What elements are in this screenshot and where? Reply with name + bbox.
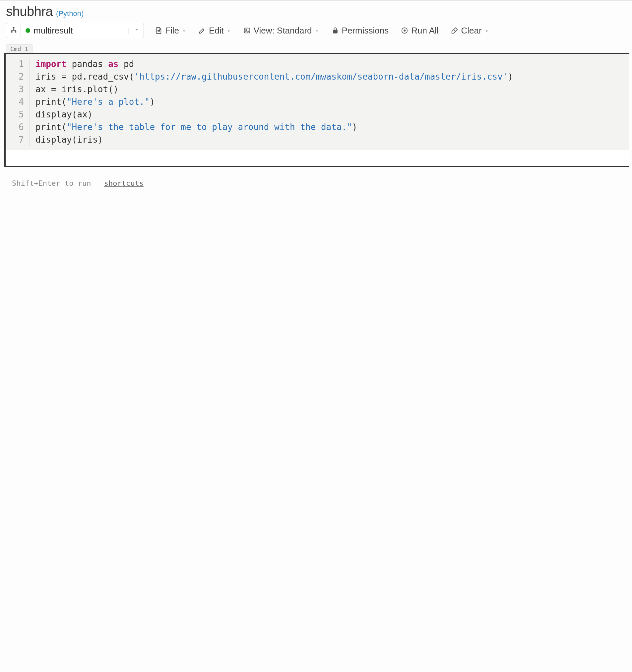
selector-divider: | [127,27,129,34]
notebook-title: shubhra [6,4,53,19]
caret-down-icon [226,26,231,36]
title-row: shubhra (Python) [6,4,626,19]
view-menu-label: View: Standard [254,26,312,36]
caret-down-icon [315,26,319,36]
code-content[interactable]: iris = pd.read_csv('https://raw.githubus… [29,70,513,83]
hierarchy-icon [10,26,17,34]
line-number: 3 [6,83,29,96]
notebook-name: multiresult [33,26,124,36]
caret-down-icon [182,26,186,36]
status-dot-icon [26,28,30,33]
caret-down-icon [484,26,489,36]
svg-rect-2 [15,31,16,32]
code-content[interactable]: import pandas as pd [29,58,134,70]
notebook-selector-group: multiresult | [6,23,144,38]
code-line[interactable]: 5display(ax) [6,108,629,121]
code-editor[interactable]: 1import pandas as pd2iris = pd.read_csv(… [6,54,629,150]
shortcuts-link[interactable]: shortcuts [104,179,144,187]
file-icon [154,26,163,34]
run-all-button[interactable]: Run All [399,24,440,38]
hierarchy-button[interactable] [6,23,21,38]
clear-menu[interactable]: Clear [449,24,490,38]
svg-rect-3 [244,28,250,33]
file-menu[interactable]: File [153,24,188,38]
code-content[interactable]: print("Here's a plot.") [29,96,155,108]
clear-label: Clear [461,26,482,36]
line-number: 7 [6,133,29,146]
footer-hint: Shift+Enter to run shortcuts [12,179,632,187]
toolbar: multiresult | File Edit [6,23,626,38]
svg-rect-1 [10,31,12,32]
run-hint: Shift+Enter to run [12,179,91,187]
header-bar: shubhra (Python) multiresult | Fi [0,0,632,43]
code-content[interactable]: display(iris) [29,133,103,146]
code-content[interactable]: print("Here's the table for me to play a… [29,121,358,133]
line-number: 5 [6,108,29,121]
edit-menu[interactable]: Edit [197,24,233,38]
lock-icon [331,26,339,34]
code-line[interactable]: 6print("Here's the table for me to play … [6,121,629,133]
line-number: 2 [6,70,29,83]
run-all-label: Run All [411,26,438,36]
eraser-icon [451,26,459,34]
view-menu[interactable]: View: Standard [242,24,321,38]
cell-frame: 1import pandas as pd2iris = pd.read_csv(… [4,53,629,167]
line-number: 4 [6,96,29,108]
svg-rect-5 [333,30,337,33]
notebook-select[interactable]: multiresult | [21,23,144,38]
code-line[interactable]: 3ax = iris.plot() [6,83,629,96]
permissions-button[interactable]: Permissions [330,24,390,38]
play-circle-icon [400,26,409,34]
image-icon [243,26,251,34]
edit-icon [198,26,206,34]
chevron-down-icon [134,27,139,33]
permissions-label: Permissions [342,26,389,36]
code-content[interactable]: ax = iris.plot() [29,83,118,96]
line-number: 1 [6,58,29,70]
notebook-language: (Python) [56,9,83,18]
svg-rect-0 [13,27,14,28]
code-line[interactable]: 7display(iris) [6,133,629,146]
line-number: 6 [6,121,29,133]
code-content[interactable]: display(ax) [29,108,93,121]
code-line[interactable]: 2iris = pd.read_csv('https://raw.githubu… [6,70,629,83]
file-menu-label: File [165,26,179,36]
cell-tab[interactable]: Cmd 1 [6,44,32,53]
code-line[interactable]: 1import pandas as pd [6,58,629,70]
code-line[interactable]: 4print("Here's a plot.") [6,96,629,108]
edit-menu-label: Edit [209,26,224,36]
